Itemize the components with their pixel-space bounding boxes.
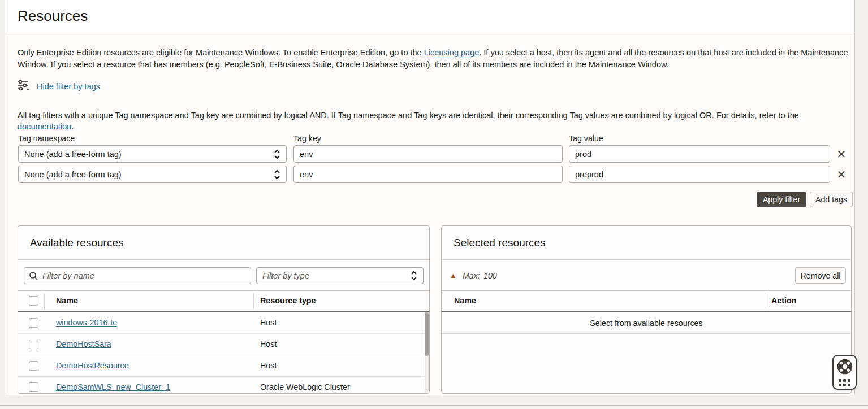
filter-by-type-select-value: Filter by type: [262, 271, 309, 280]
footer-strip: [0, 395, 868, 409]
divider: [44, 293, 45, 309]
resource-name-link[interactable]: windows-2016-te: [56, 318, 117, 327]
remove-tag-filter-1-button[interactable]: ✕: [834, 147, 849, 162]
tag-namespace-select-2[interactable]: None (add a free-form tag): [18, 166, 287, 183]
page-title: Resources: [18, 7, 88, 25]
selected-resources-title: Selected resources: [454, 237, 546, 249]
resource-name-link[interactable]: DemoHostSara: [56, 340, 111, 349]
empty-state-row: Select from available resources: [442, 312, 851, 334]
table-scrollbar[interactable]: [425, 312, 429, 393]
max-label: Max:: [463, 271, 480, 280]
resources-screen: Resources Only Enterprise Edition resour…: [0, 0, 868, 409]
column-header-action: Action: [771, 296, 796, 305]
tag-value-input-2[interactable]: [569, 166, 830, 183]
tag-value-input-1[interactable]: [569, 145, 830, 163]
tag-namespace-select-1[interactable]: None (add a free-form tag): [18, 145, 287, 163]
lifering-icon: [837, 359, 853, 377]
filter-sliders-icon: [18, 80, 31, 93]
selected-resources-panel: Selected resources ▲ Max: 100 Remove all…: [441, 225, 852, 394]
card-header: Resources: [5, 0, 854, 32]
intro-text: Only Enterprise Edition resources are el…: [18, 47, 850, 71]
chevron-stepper-icon: [411, 271, 417, 281]
tags-note-before: All tag filters with a unique Tag namesp…: [18, 111, 799, 120]
search-icon: [29, 271, 38, 283]
row-checkbox[interactable]: [29, 318, 38, 328]
scrollbar-thumb[interactable]: [425, 312, 429, 356]
tag-key-input-2[interactable]: [293, 166, 563, 183]
remove-tag-filter-2-button[interactable]: ✕: [834, 167, 849, 182]
documentation-link[interactable]: documentation: [18, 122, 71, 131]
resource-name-link[interactable]: DemoHostResource: [56, 361, 129, 370]
chevron-stepper-icon: [274, 169, 280, 180]
footer-strip-lower: [0, 406, 868, 409]
divider: [765, 293, 765, 309]
grid-dots-icon: [839, 379, 850, 386]
chevron-stepper-icon: [274, 149, 280, 159]
column-header-name: Name: [454, 296, 476, 305]
row-checkbox[interactable]: [29, 382, 38, 392]
divider: [18, 259, 429, 260]
available-resources-panel: Available resources Filter by type Name: [18, 225, 430, 394]
available-table-header: Name Resource type: [18, 291, 429, 312]
empty-state-message: Select from available resources: [590, 319, 702, 328]
close-icon: ✕: [837, 148, 847, 160]
table-row: windows-2016-te Host: [18, 312, 429, 334]
resource-name-link[interactable]: DemoSamWLS_new_Cluster_1: [56, 382, 170, 391]
filter-by-name-input[interactable]: [24, 267, 251, 284]
resource-type-cell: Host: [260, 340, 277, 349]
column-header-resource-type: Resource type: [260, 296, 316, 305]
warning-triangle-icon: ▲: [450, 271, 457, 280]
tag-namespace-select-2-value: None (add a free-form tag): [24, 170, 122, 179]
hide-filter-by-tags-link[interactable]: Hide filter by tags: [37, 82, 100, 91]
tag-namespace-select-1-value: None (add a free-form tag): [24, 150, 122, 159]
tags-note-after: .: [71, 122, 74, 131]
remove-all-button[interactable]: Remove all: [795, 267, 846, 284]
table-row: DemoHostSara Host: [18, 334, 429, 355]
apply-filter-button[interactable]: Apply filter: [757, 192, 806, 207]
close-icon: ✕: [837, 168, 847, 181]
resources-card: Resources Only Enterprise Edition resour…: [5, 0, 855, 395]
resource-type-cell: Host: [260, 361, 277, 370]
add-tags-button[interactable]: Add tags: [810, 192, 853, 207]
tag-key-label: Tag key: [293, 134, 321, 143]
tags-note: All tag filters with a unique Tag namesp…: [18, 110, 850, 132]
intro-text-before: Only Enterprise Edition resources are el…: [18, 48, 424, 57]
select-all-checkbox[interactable]: [29, 296, 38, 306]
filter-by-tags-toggle[interactable]: Hide filter by tags: [18, 81, 100, 92]
tag-key-input-1[interactable]: [293, 145, 563, 163]
divider: [253, 293, 254, 309]
filter-by-type-select[interactable]: Filter by type: [256, 267, 424, 284]
resource-type-cell: Host: [260, 318, 277, 327]
row-checkbox[interactable]: [29, 361, 38, 371]
column-header-name: Name: [56, 296, 78, 305]
table-row: DemoSamWLS_new_Cluster_1 Oracle WebLogic…: [18, 377, 429, 394]
max-value: 100: [483, 271, 497, 280]
licensing-page-link[interactable]: Licensing page: [424, 48, 480, 57]
divider: [442, 259, 851, 260]
tag-value-label: Tag value: [569, 134, 603, 143]
row-checkbox[interactable]: [29, 340, 38, 349]
available-resources-title: Available resources: [30, 237, 123, 249]
help-widget-button[interactable]: [832, 355, 857, 390]
selected-table-header: Name Action: [442, 291, 851, 312]
table-row: DemoHostResource Host: [18, 355, 429, 377]
tag-namespace-label: Tag namespace: [18, 134, 75, 143]
resource-type-cell: Oracle WebLogic Cluster: [260, 382, 350, 391]
